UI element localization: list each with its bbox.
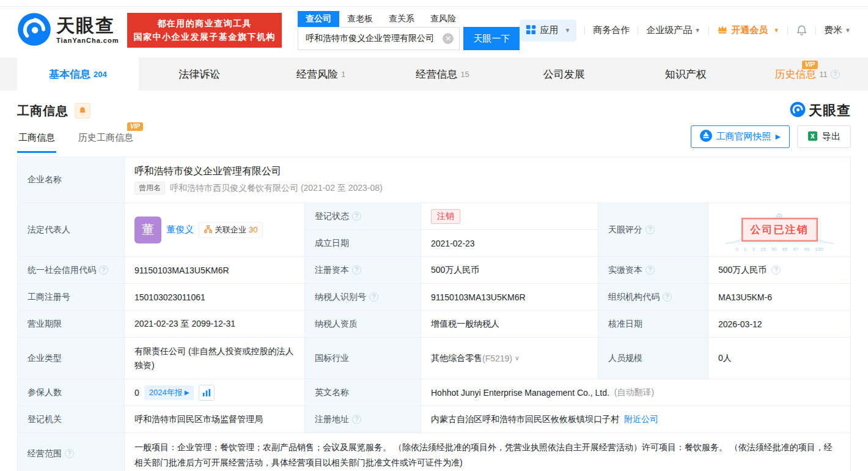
subtab-business-info[interactable]: 工商信息 [17,124,56,153]
header: 天眼查 TianYanCha.com 都在用的商业查询工具 国家中小企业发展子基… [0,6,868,54]
capital-text: 500万人民币 [718,265,767,276]
help-icon[interactable]: ? [352,265,361,275]
label-approval-date: 核准日期 [598,311,708,338]
help-icon[interactable]: ? [645,225,655,234]
label-text: 企业名称 [28,174,62,185]
help-icon[interactable]: ? [65,449,74,458]
label-legal-representative: 法定代表人 [18,203,125,257]
company-cancelled-stamp: 公司已注销 [741,218,818,242]
english-name-text: Hohhot Junyi Enterprise Management Co., … [431,388,609,398]
label-text: 经营范围 [28,448,62,459]
tab-count: 15 [460,70,469,79]
tab-operation-risk[interactable]: 经营风险 1 [260,57,382,91]
username: 费米 [824,24,842,36]
help-icon[interactable]: ? [831,70,840,79]
tab-label: 经营风险 [296,67,338,81]
search-tab-company[interactable]: 查公司 [298,11,339,27]
chevron-down-icon[interactable]: ∨ [515,354,520,362]
tab-intellectual-property[interactable]: 知识产权 [625,57,746,91]
banner-line2: 国家中小企业发展子基金旗下机构 [133,31,276,44]
value-company-name: 呼和浩特市俊义企业管理有限公司 曾用名 呼和浩特市西贝俊义餐饮有限公司 (202… [125,157,850,203]
help-icon[interactable]: ? [99,265,108,275]
credit-code-text: 91150103MA13U5KM6R [134,265,229,275]
tab-label: 知识产权 [665,67,707,81]
chevron-down-icon: ▼ [773,27,779,34]
subtab-history-business-info[interactable]: VIP 历史工商信息 [77,124,134,153]
tab-count: 204 [94,70,107,79]
value-taxpayer-id: 91150103MA13U5KM6R [421,284,598,311]
search-tab-boss[interactable]: 查老板 [339,11,381,27]
open-vip-label: 开通会员 [731,24,768,36]
former-name-text: 呼和浩特市西贝俊义餐饮有限公司 (2021-02 至 2023-08) [170,183,383,194]
related-companies-badge[interactable]: 关联企业 30 [199,222,263,238]
value-registration-status: 注销 [421,203,598,230]
crown-icon [717,24,728,36]
search-tab-risk[interactable]: 查风险 [422,11,464,27]
tianyancha-logo[interactable]: 天眼查 TianYanCha.com [17,12,119,49]
divider [787,26,788,35]
nav-enterprise-label: 企业级产品 [646,24,692,36]
label-text: 登记状态 [315,211,349,222]
help-icon[interactable]: ? [352,212,361,221]
open-vip-button[interactable]: 开通会员 ▼ [717,24,779,36]
tab-label: 经营信息 [416,67,457,81]
notification-bell-icon[interactable] [796,24,807,36]
label-text: 人员规模 [608,353,642,364]
label-credit-code: 统一社会信用代码 ? [18,257,125,284]
value-org-code: MA13U5KM-6 [708,284,850,311]
label-text: 营业期限 [28,319,62,330]
divider [815,26,816,35]
help-icon[interactable]: ? [645,265,655,275]
search-button[interactable]: 天眼一下 [463,27,520,50]
nearby-companies-link[interactable]: 附近公司 [624,414,658,425]
label-business-term: 营业期限 [18,311,125,338]
label-text: 国标行业 [315,353,349,364]
avatar[interactable]: 董 [134,217,161,243]
tab-company-development[interactable]: 公司发展 [503,57,625,91]
chart-icon[interactable] [199,385,215,401]
label-taxpayer-quality: 纳税人资质 [305,311,421,338]
tab-legal-litigation[interactable]: 法律诉讼 [139,57,260,91]
user-menu[interactable]: 费米 ▼ [824,24,851,36]
search-tab-relation[interactable]: 查关系 [381,11,422,27]
official-snapshot-button[interactable]: 工商官网快照 ▶ [691,125,790,148]
legal-rep-link[interactable]: 董俊义 [166,224,194,236]
label-text: 统一社会信用代码 [28,265,96,276]
quality-text: 增值税一般纳税人 [431,319,499,330]
divider [584,26,585,35]
value-registration-number: 150103023011061 [125,284,305,311]
value-business-term: 2021-02-23 至 2099-12-31 [125,311,305,338]
subscribe-bell-icon[interactable] [75,103,90,119]
value-registered-address: 内蒙古自治区呼和浩特市回民区攸攸板镇坝口子村 附近公司 [421,406,850,433]
chevron-right-icon: ▶ [185,389,189,396]
tab-operation-info[interactable]: 经营信息 15 [382,57,504,91]
divider [638,26,638,35]
help-icon[interactable]: ? [369,292,378,302]
excel-icon [807,131,818,143]
authority-text: 呼和浩特市回民区市场监督管理局 [134,414,263,425]
apps-label: 应用 [540,24,558,36]
value-taxpayer-quality: 增值税一般纳税人 [421,311,598,338]
help-icon[interactable]: ? [352,415,361,424]
label-staff-size: 人员规模 [598,338,708,379]
tab-basic-info[interactable]: 基本信息 204 [17,57,139,91]
section-title: 工商信息 [17,103,68,119]
annual-report-badge[interactable]: 2024年报 ▶ [144,385,194,400]
chevron-down-icon: ▼ [564,27,570,34]
tab-count: 11 [819,70,828,79]
search-input[interactable] [298,27,460,50]
tab-history-info[interactable]: VIP 历史信息 11 ? [746,57,868,91]
export-button[interactable]: 导出 [797,125,851,148]
date-text: 2021-02-23 [431,239,475,248]
insured-number: 0 [134,388,139,398]
help-icon[interactable]: ? [771,265,781,275]
apps-menu[interactable]: 应用 ▼ [520,20,576,42]
annual-report-label: 2024年报 [149,387,183,398]
label-registration-number: 工商注册号 [18,284,125,311]
help-icon[interactable]: ? [663,292,672,302]
industry-code: (F5219) [482,354,512,363]
watermark-text: 天眼查 [809,102,851,120]
nav-enterprise-product[interactable]: 企业级产品 ▼ [646,24,701,36]
value-english-name: Hohhot Junyi Enterprise Management Co., … [421,379,850,406]
nav-cooperation[interactable]: 商务合作 [593,24,630,36]
